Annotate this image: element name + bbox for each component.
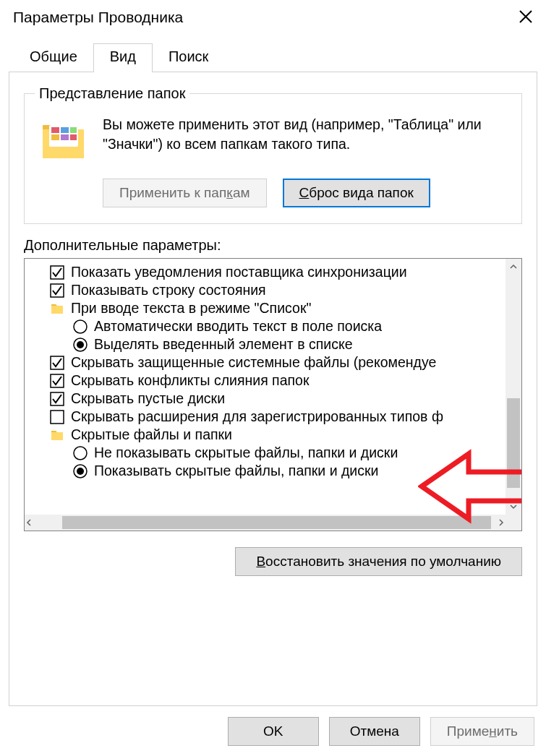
tab-strip: Общие Вид Поиск [13, 43, 546, 72]
checkbox-icon[interactable] [49, 409, 65, 425]
tab-panel-view: Представление папок Вы может [9, 72, 537, 706]
adv-item-label: Выделять введенный элемент в списке [94, 336, 352, 353]
adv-item-5[interactable]: Скрывать защищенные системные файлы (рек… [25, 353, 506, 371]
svg-rect-15 [51, 411, 64, 424]
svg-rect-5 [61, 134, 69, 140]
svg-rect-7 [51, 266, 64, 279]
svg-rect-8 [51, 284, 64, 297]
folder-views-legend: Представление папок [35, 85, 189, 102]
adv-item-label: Скрывать защищенные системные файлы (рек… [71, 354, 436, 371]
svg-rect-6 [70, 134, 77, 140]
adv-item-9: Скрытые файлы и папки [25, 426, 506, 444]
folder-views-group: Представление папок Вы может [24, 85, 522, 224]
svg-point-11 [77, 341, 84, 348]
adv-item-3[interactable]: Автоматически вводить текст в поле поиск… [25, 317, 506, 335]
svg-point-18 [77, 468, 84, 475]
checkbox-icon[interactable] [49, 373, 65, 389]
adv-item-label: Скрывать конфликты слияния папок [71, 372, 309, 389]
folder-views-description: Вы можете применить этот вид (например, … [103, 115, 507, 166]
checkbox-icon[interactable] [49, 355, 65, 371]
svg-rect-4 [51, 134, 59, 140]
radio-icon[interactable] [72, 445, 88, 461]
dialog-footer: OK Отмена Применить [0, 707, 546, 756]
checkbox-icon[interactable] [49, 265, 65, 280]
reset-folder-view-button[interactable]: Сброс вида папок [283, 179, 430, 207]
radio-icon[interactable] [72, 319, 88, 335]
adv-item-label: Не показывать скрытые файлы, папки и дис… [94, 444, 398, 461]
adv-item-label: Скрытые файлы и папки [71, 426, 232, 443]
folder-icon [39, 115, 90, 166]
ok-button[interactable]: OK [228, 717, 319, 746]
adv-item-0[interactable]: Показать уведомления поставщика синхрони… [25, 263, 506, 281]
svg-rect-13 [51, 374, 64, 387]
scroll-right-icon[interactable] [497, 515, 506, 531]
svg-point-9 [74, 320, 87, 333]
adv-item-1[interactable]: Показывать строку состояния [25, 281, 506, 299]
adv-item-label: Показать уведомления поставщика синхрони… [71, 264, 407, 280]
tab-view[interactable]: Вид [93, 43, 153, 72]
vertical-scrollbar[interactable] [506, 259, 521, 515]
checkbox-icon[interactable] [49, 283, 65, 298]
radio-icon[interactable] [72, 337, 88, 353]
adv-item-4[interactable]: Выделять введенный элемент в списке [25, 335, 506, 353]
adv-item-2: При вводе текста в режиме "Список" [25, 299, 506, 317]
advanced-settings-list[interactable]: Показать уведомления поставщика синхрони… [24, 258, 522, 531]
adv-item-6[interactable]: Скрывать конфликты слияния папок [25, 371, 506, 390]
adv-item-label: Показывать скрытые файлы, папки и диски [94, 463, 378, 479]
adv-item-11[interactable]: Показывать скрытые файлы, папки и диски [25, 462, 506, 480]
svg-point-16 [74, 447, 87, 460]
scroll-thumb[interactable] [507, 398, 520, 488]
folder-small-icon [49, 427, 65, 443]
apply-button: Применить [430, 717, 534, 746]
svg-rect-14 [51, 392, 64, 405]
horizontal-scrollbar[interactable] [25, 515, 506, 531]
cancel-button[interactable]: Отмена [329, 717, 420, 746]
adv-item-label: При вводе текста в режиме "Список" [71, 300, 311, 317]
scrollbar-corner [506, 515, 521, 531]
adv-item-7[interactable]: Скрывать пустые диски [25, 390, 506, 408]
adv-item-label: Автоматически вводить текст в поле поиск… [94, 318, 382, 335]
scroll-up-icon[interactable] [506, 259, 521, 275]
restore-defaults-button[interactable]: Восстановить значения по умолчанию [235, 547, 522, 576]
svg-rect-1 [51, 127, 59, 133]
adv-item-label: Показывать строку состояния [71, 282, 266, 298]
svg-rect-3 [70, 127, 77, 133]
adv-item-10[interactable]: Не показывать скрытые файлы, папки и дис… [25, 444, 506, 462]
tab-search[interactable]: Поиск [152, 43, 225, 72]
tab-general[interactable]: Общие [13, 43, 94, 72]
svg-rect-12 [51, 356, 64, 369]
adv-item-label: Скрывать пустые диски [71, 390, 225, 407]
close-icon[interactable] [519, 7, 533, 29]
adv-item-8[interactable]: Скрывать расширения для зарегистрированн… [25, 408, 506, 426]
advanced-label: Дополнительные параметры: [24, 237, 522, 254]
window-title: Параметры Проводника [13, 9, 183, 26]
scroll-down-icon[interactable] [506, 499, 521, 515]
radio-icon[interactable] [72, 463, 88, 479]
apply-to-folders-button: Применить к папкам [103, 179, 267, 207]
svg-rect-2 [61, 127, 69, 133]
folder-small-icon [49, 301, 65, 317]
adv-item-label: Скрывать расширения для зарегистрированн… [71, 408, 443, 425]
hscroll-thumb[interactable] [62, 516, 491, 529]
scroll-left-icon[interactable] [25, 515, 33, 531]
checkbox-icon[interactable] [49, 391, 65, 407]
